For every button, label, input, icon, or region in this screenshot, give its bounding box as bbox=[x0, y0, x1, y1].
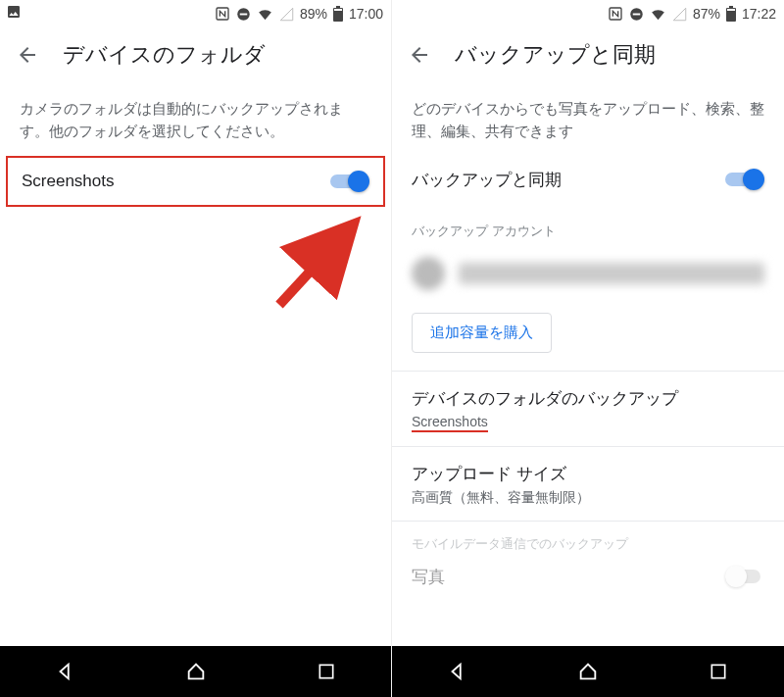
photo-label: 写真 bbox=[412, 566, 445, 588]
nav-recent-icon[interactable] bbox=[313, 658, 340, 685]
clock: 17:00 bbox=[349, 6, 383, 22]
backup-sync-toggle[interactable] bbox=[725, 168, 764, 191]
nfc-icon bbox=[608, 6, 623, 22]
upload-size-sub: 高画質（無料、容量無制限） bbox=[412, 489, 764, 507]
svg-rect-10 bbox=[633, 13, 641, 15]
svg-rect-5 bbox=[334, 9, 342, 11]
buy-storage-button[interactable]: 追加容量を購入 bbox=[412, 313, 552, 353]
description-text: どのデバイスからでも写真をアップロード、検索、整理、編集、共有できます bbox=[392, 82, 784, 154]
upload-size-title: アップロード サイズ bbox=[412, 463, 764, 485]
device-folder-sub: Screenshots bbox=[412, 414, 488, 432]
photo-toggle[interactable] bbox=[725, 565, 764, 588]
svg-rect-12 bbox=[729, 6, 733, 8]
photo-row[interactable]: 写真 bbox=[392, 559, 784, 592]
nav-bar bbox=[392, 646, 784, 697]
battery-percent: 87% bbox=[693, 6, 720, 22]
nav-bar bbox=[0, 646, 391, 697]
status-bar: 89% 17:00 bbox=[0, 0, 391, 27]
upload-size-row[interactable]: アップロード サイズ 高画質（無料、容量無制限） bbox=[392, 447, 784, 521]
svg-rect-2 bbox=[240, 13, 248, 15]
svg-rect-14 bbox=[712, 665, 725, 677]
clock: 17:22 bbox=[742, 6, 776, 22]
svg-rect-4 bbox=[336, 6, 340, 8]
phone-right: 87% 17:22 バックアップと同期 どのデバイスからでも写真をアップロード、… bbox=[392, 0, 784, 697]
app-header: バックアップと同期 bbox=[392, 27, 784, 82]
folder-row-screenshots[interactable]: Screenshots bbox=[6, 156, 385, 207]
account-email-blurred bbox=[459, 263, 764, 284]
folder-toggle[interactable] bbox=[330, 170, 369, 193]
mobile-data-section-label: モバイルデータ通信でのバックアップ bbox=[392, 522, 784, 559]
phone-left: 89% 17:00 デバイスのフォルダ カメラのフォルダは自動的にバックアップさ… bbox=[0, 0, 392, 697]
backup-sync-row[interactable]: バックアップと同期 bbox=[392, 154, 784, 205]
status-bar: 87% 17:22 bbox=[392, 0, 784, 27]
picture-icon bbox=[6, 4, 22, 20]
device-folder-backup-row[interactable]: デバイスのフォルダのバックアップ Screenshots bbox=[392, 372, 784, 446]
back-arrow-icon[interactable] bbox=[16, 43, 39, 67]
dnd-icon bbox=[629, 7, 644, 22]
content-area: カメラのフォルダは自動的にバックアップされます。他のフォルダを選択してください。… bbox=[0, 82, 391, 646]
signal-icon bbox=[672, 7, 687, 22]
content-area: どのデバイスからでも写真をアップロード、検索、整理、編集、共有できます バックア… bbox=[392, 82, 784, 646]
account-section-label: バックアップ アカウント bbox=[392, 205, 784, 246]
battery-icon bbox=[726, 6, 736, 22]
nav-home-icon[interactable] bbox=[574, 658, 602, 685]
nfc-icon bbox=[215, 6, 230, 22]
account-row[interactable] bbox=[412, 252, 764, 295]
nav-back-icon[interactable] bbox=[444, 658, 471, 685]
app-header: デバイスのフォルダ bbox=[0, 27, 391, 82]
folder-label: Screenshots bbox=[22, 172, 115, 191]
wifi-icon bbox=[257, 6, 273, 23]
avatar bbox=[412, 257, 445, 290]
battery-icon bbox=[333, 6, 343, 22]
wifi-icon bbox=[650, 6, 666, 23]
backup-sync-label: バックアップと同期 bbox=[412, 169, 562, 191]
nav-home-icon[interactable] bbox=[182, 658, 210, 685]
page-title: デバイスのフォルダ bbox=[63, 40, 266, 70]
device-folder-title: デバイスのフォルダのバックアップ bbox=[412, 387, 764, 410]
svg-line-6 bbox=[279, 230, 348, 305]
svg-rect-7 bbox=[319, 665, 332, 677]
page-title: バックアップと同期 bbox=[455, 40, 656, 70]
back-arrow-icon[interactable] bbox=[408, 43, 431, 67]
dnd-icon bbox=[236, 7, 251, 22]
battery-percent: 89% bbox=[300, 6, 327, 22]
nav-recent-icon[interactable] bbox=[705, 658, 732, 685]
annotation-arrow-icon bbox=[220, 207, 377, 315]
svg-rect-13 bbox=[727, 9, 735, 11]
description-text: カメラのフォルダは自動的にバックアップされます。他のフォルダを選択してください。 bbox=[0, 82, 391, 154]
nav-back-icon[interactable] bbox=[52, 658, 79, 685]
signal-icon bbox=[279, 7, 294, 22]
